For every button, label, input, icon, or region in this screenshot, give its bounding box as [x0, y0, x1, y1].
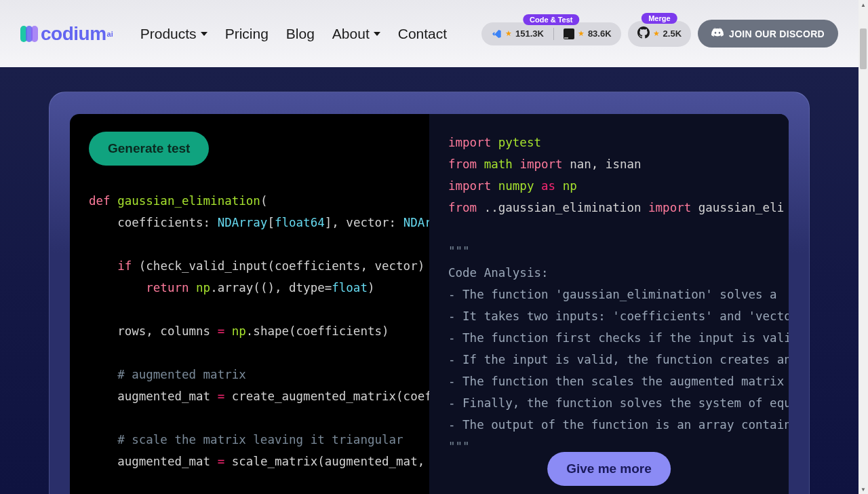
vscode-count: 151.3K	[515, 28, 544, 39]
nav-blog[interactable]: Blog	[286, 26, 315, 42]
page-scrollbar[interactable]: ▲ ▼	[859, 0, 868, 494]
nav-pricing-label: Pricing	[225, 26, 269, 42]
analysis-line: - The function then scales the augmented…	[448, 375, 784, 388]
nav-products[interactable]: Products	[140, 26, 208, 42]
merge-pill: Merge ★ 2.5K	[628, 21, 691, 47]
nav-blog-label: Blog	[286, 26, 315, 42]
code-window: Generate test def gaussian_elimination( …	[70, 114, 789, 494]
scrollbar-thumb[interactable]	[860, 28, 867, 69]
analysis-line: - The function 'gaussian_elimination' so…	[448, 288, 784, 301]
github-stat[interactable]: ★ 2.5K	[637, 26, 682, 41]
vscode-icon	[491, 28, 502, 39]
code-left-pane: Generate test def gaussian_elimination( …	[70, 114, 429, 494]
scroll-down-icon[interactable]: ▼	[859, 484, 868, 494]
star-icon: ★	[653, 29, 660, 38]
analysis-line: - If the input is valid, the function cr…	[448, 353, 789, 366]
jetbrains-count: 83.6K	[588, 28, 612, 39]
discord-label: JOIN OUR DISCORD	[729, 28, 825, 39]
jetbrains-stat[interactable]: ★ 83.6K	[564, 28, 612, 39]
analysis-line: - The function first checks if the input…	[448, 331, 789, 345]
discord-icon	[711, 28, 724, 39]
site-header: codium ai Products Pricing Blog About Co…	[0, 0, 859, 67]
discord-button[interactable]: JOIN OUR DISCORD	[698, 20, 838, 48]
fn-name: gaussian_elimination	[111, 194, 260, 208]
chevron-down-icon	[374, 32, 380, 36]
nav-contact-label: Contact	[398, 26, 447, 42]
header-right: Code & Test ★ 151.3K ★ 83.6K Merge	[481, 20, 838, 48]
code-test-pill: Code & Test ★ 151.3K ★ 83.6K	[481, 22, 621, 45]
chevron-down-icon	[201, 32, 208, 36]
star-icon: ★	[505, 29, 512, 38]
analysis-header: Code Analysis:	[448, 266, 549, 280]
analysis-line: - The output of the function is an array…	[448, 418, 789, 432]
logo-mark-icon	[20, 25, 38, 43]
nav-about-label: About	[332, 26, 370, 42]
generate-test-button[interactable]: Generate test	[89, 132, 209, 166]
nav-contact[interactable]: Contact	[398, 26, 447, 42]
main-nav: Products Pricing Blog About Contact	[140, 26, 447, 42]
logo-text: codium	[41, 23, 106, 45]
vscode-stat[interactable]: ★ 151.3K	[491, 28, 544, 39]
jetbrains-icon	[564, 28, 574, 39]
logo-suffix: ai	[107, 30, 113, 38]
nav-about[interactable]: About	[332, 26, 380, 42]
merge-badge: Merge	[642, 13, 677, 24]
hero-section: Generate test def gaussian_elimination( …	[0, 67, 859, 494]
github-count: 2.5K	[663, 28, 682, 39]
code-right-pane: import pytest from math import nan, isna…	[429, 114, 789, 494]
code-block-left: def gaussian_elimination( coefficients: …	[89, 190, 429, 472]
code-test-badge: Code & Test	[523, 14, 579, 25]
analysis-line: - Finally, the function solves the syste…	[448, 396, 789, 410]
device-frame: Generate test def gaussian_elimination( …	[49, 92, 810, 494]
github-icon	[637, 26, 650, 41]
divider	[553, 28, 554, 40]
code-block-right: import pytest from math import nan, isna…	[448, 132, 789, 457]
star-icon: ★	[578, 29, 585, 38]
give-me-more-button[interactable]: Give me more	[547, 452, 671, 486]
nav-products-label: Products	[140, 26, 197, 42]
analysis-line: - It takes two inputs: 'coefficients' an…	[448, 309, 789, 323]
nav-pricing[interactable]: Pricing	[225, 26, 269, 42]
scroll-up-icon[interactable]: ▲	[859, 0, 868, 10]
logo[interactable]: codium ai	[20, 23, 113, 45]
